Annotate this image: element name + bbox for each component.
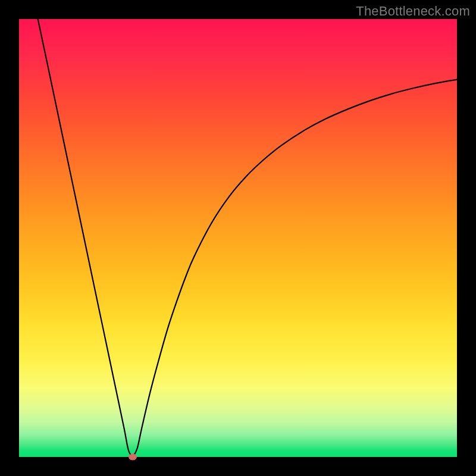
curve-right-branch bbox=[133, 80, 457, 457]
curve-left-branch bbox=[38, 19, 133, 457]
chart-frame: TheBottleneck.com bbox=[0, 0, 476, 476]
minimum-marker bbox=[129, 454, 137, 461]
watermark-text: TheBottleneck.com bbox=[356, 4, 470, 19]
bottleneck-curve bbox=[19, 19, 457, 457]
plot-area bbox=[19, 19, 457, 457]
